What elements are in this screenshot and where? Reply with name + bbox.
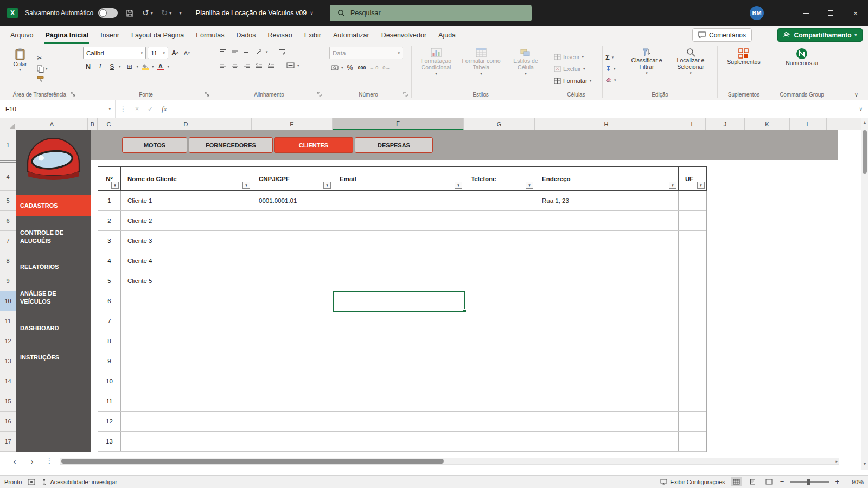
tab-layout-da-pagina[interactable]: Layout da Página xyxy=(125,26,190,44)
cell-telefone-1[interactable] xyxy=(464,191,535,210)
cell-nome-8[interactable] xyxy=(121,331,252,351)
italic-button[interactable]: I xyxy=(95,61,105,72)
decrease-font-icon[interactable]: A˅ xyxy=(182,47,192,59)
bold-button[interactable]: N xyxy=(83,61,93,72)
column-header-H[interactable]: H xyxy=(535,118,678,130)
chevron-down-icon[interactable]: ▾ xyxy=(168,65,170,69)
chevron-down-icon[interactable]: ▾ xyxy=(152,65,154,69)
row-header-14[interactable]: 14 xyxy=(0,371,16,391)
cell-endereco-12[interactable] xyxy=(535,412,679,431)
chevron-down-icon[interactable]: ▾ xyxy=(108,107,111,111)
view-normal-button[interactable] xyxy=(731,477,742,486)
decrease-decimal-icon[interactable]: .0→ xyxy=(381,62,391,73)
cell-endereco-6[interactable] xyxy=(535,291,679,311)
row-header-13[interactable]: 13 xyxy=(0,351,16,371)
sidebar-item-controle-de-alugueis[interactable]: CONTROLE DE ALUGUÉIS xyxy=(16,226,76,248)
tab-formulas[interactable]: Fórmulas xyxy=(190,26,230,44)
cell-cnpj-11[interactable] xyxy=(252,391,333,411)
cell-cnpj-5[interactable] xyxy=(252,271,333,291)
cell-email-10[interactable] xyxy=(333,371,464,391)
decrease-indent-icon[interactable] xyxy=(254,60,264,71)
column-header-K[interactable]: K xyxy=(745,118,790,130)
column-header-G[interactable]: G xyxy=(464,118,535,130)
next-sheet-icon[interactable]: › xyxy=(26,452,38,470)
name-box[interactable]: F10 ▾ xyxy=(0,100,116,118)
cell-cnpj-8[interactable] xyxy=(252,331,333,351)
column-header-E[interactable]: E xyxy=(252,118,333,130)
tab-inserir[interactable]: Inserir xyxy=(94,26,125,44)
cell-cnpj-6[interactable] xyxy=(252,291,333,311)
tab-ajuda[interactable]: Ajuda xyxy=(432,26,462,44)
format-painter-button[interactable] xyxy=(37,74,48,85)
comments-button[interactable]: Comentários xyxy=(692,28,752,42)
cell-num-9[interactable]: 9 xyxy=(98,351,121,371)
row-header-7[interactable]: 7 xyxy=(0,231,16,251)
increase-decimal-icon[interactable]: ←.0 xyxy=(369,62,379,73)
increase-font-icon[interactable]: A˄ xyxy=(170,47,180,59)
numerous-ai-button[interactable]: Numerous.ai xyxy=(777,47,826,91)
sidebar-item-analise-de-veiculos[interactable]: ANÁLISE DE VEÍCULOS xyxy=(16,286,71,309)
cell-uf-2[interactable] xyxy=(679,211,706,230)
cell-num-5[interactable]: 5 xyxy=(98,271,121,291)
scroll-up-icon[interactable]: ▲ xyxy=(861,118,868,126)
zoom-slider[interactable] xyxy=(790,481,829,483)
sidebar-item-cadastros[interactable]: CADASTROS xyxy=(16,195,91,216)
row-header-1[interactable]: 1 xyxy=(0,130,16,160)
chevron-down-icon[interactable]: ▾ xyxy=(119,65,121,69)
cut-button[interactable]: ✂ xyxy=(37,53,48,63)
chevron-down-icon[interactable]: ▾ xyxy=(297,63,299,68)
selected-cell[interactable] xyxy=(333,291,465,312)
cell-num-8[interactable]: 8 xyxy=(98,331,121,351)
tab-motos[interactable]: MOTOS xyxy=(122,137,187,153)
cell-endereco-3[interactable] xyxy=(535,231,679,251)
cell-endereco-2[interactable] xyxy=(535,211,679,230)
tab-pagina-inicial[interactable]: Página Inicial xyxy=(39,26,94,44)
cell-nome-4[interactable]: Cliente 4 xyxy=(121,251,252,271)
cell-endereco-5[interactable] xyxy=(535,271,679,291)
conditional-formatting-button[interactable]: Formatação Condicional ▾ xyxy=(414,47,458,91)
view-page-layout-button[interactable] xyxy=(748,477,758,486)
align-right-icon[interactable] xyxy=(242,60,252,71)
formula-input[interactable] xyxy=(171,100,853,118)
redo-chevron-icon[interactable]: ▾ xyxy=(169,11,171,16)
borders-icon[interactable]: ⊞ xyxy=(125,61,135,72)
zoom-out-icon[interactable]: − xyxy=(780,478,784,486)
cell-num-10[interactable]: 10 xyxy=(98,371,121,391)
drag-handle-icon[interactable]: ⋮ xyxy=(120,105,126,113)
cell-uf-4[interactable] xyxy=(679,251,706,271)
orientation-icon[interactable] xyxy=(254,46,264,57)
cell-telefone-10[interactable] xyxy=(464,371,535,391)
row-header-9[interactable]: 9 xyxy=(0,271,16,291)
cell-email-3[interactable] xyxy=(333,231,464,251)
filter-button-telefone[interactable]: ▾ xyxy=(526,182,533,189)
tab-revisao[interactable]: Revisão xyxy=(262,26,298,44)
format-cells-button[interactable]: Formatar▾ xyxy=(554,75,601,86)
cell-cnpj-13[interactable] xyxy=(252,432,333,451)
cell-nome-3[interactable]: Cliente 3 xyxy=(121,231,252,251)
select-all-corner[interactable] xyxy=(0,118,16,130)
column-header-F[interactable]: F xyxy=(333,118,464,130)
cell-nome-5[interactable]: Cliente 5 xyxy=(121,271,252,291)
cell-nome-7[interactable] xyxy=(121,311,252,331)
zoom-level[interactable]: 90% xyxy=(845,479,864,485)
avatar[interactable]: BM xyxy=(750,6,764,20)
sidebar-item-dashboard[interactable]: DASHBOARD xyxy=(16,322,91,335)
addins-button[interactable]: Suplementos xyxy=(722,47,765,91)
row-header-17[interactable]: 17 xyxy=(0,432,16,452)
document-title[interactable]: Planilha de Locação de Veículos v09 xyxy=(196,9,307,17)
cell-endereco-10[interactable] xyxy=(535,371,679,391)
scroll-right-icon[interactable]: ▸ xyxy=(835,459,838,464)
tab-clientes[interactable]: CLIENTES xyxy=(274,137,353,153)
cell-telefone-4[interactable] xyxy=(464,251,535,271)
wrap-text-icon[interactable] xyxy=(277,46,288,57)
zoom-in-icon[interactable]: + xyxy=(835,478,839,486)
column-header-C[interactable]: C xyxy=(98,118,120,130)
cell-endereco-11[interactable] xyxy=(535,391,679,411)
cell-email-11[interactable] xyxy=(333,391,464,411)
cell-email-12[interactable] xyxy=(333,412,464,431)
cell-email-7[interactable] xyxy=(333,311,464,331)
row-header-12[interactable]: 12 xyxy=(0,331,16,351)
cell-cnpj-3[interactable] xyxy=(252,231,333,251)
cell-uf-8[interactable] xyxy=(679,331,706,351)
cell-nome-10[interactable] xyxy=(121,371,252,391)
